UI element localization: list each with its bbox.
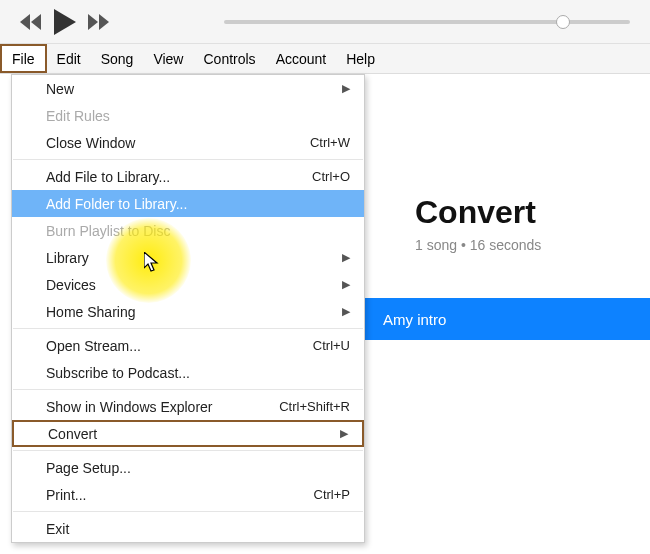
menu-item-label: Subscribe to Podcast... (46, 365, 190, 381)
chevron-right-icon: ▶ (342, 305, 350, 318)
chevron-right-icon: ▶ (342, 82, 350, 95)
menu-item-label: Print... (46, 487, 86, 503)
menu-bar: File Edit Song View Controls Account Hel… (0, 44, 650, 74)
menu-item-devices[interactable]: Devices ▶ (12, 271, 364, 298)
menu-item-convert[interactable]: Convert ▶ (12, 420, 364, 447)
menu-item-label: Show in Windows Explorer (46, 399, 213, 415)
menu-controls[interactable]: Controls (193, 44, 265, 73)
play-icon[interactable] (54, 9, 76, 35)
previous-icon[interactable] (20, 14, 42, 30)
menu-account[interactable]: Account (266, 44, 337, 73)
menu-item-open-stream[interactable]: Open Stream... Ctrl+U (12, 332, 364, 359)
menu-item-label: Edit Rules (46, 108, 110, 124)
menu-item-label: Convert (48, 426, 97, 442)
menu-song[interactable]: Song (91, 44, 144, 73)
menu-separator (13, 159, 363, 160)
menu-item-show-explorer[interactable]: Show in Windows Explorer Ctrl+Shift+R (12, 393, 364, 420)
menu-item-add-folder[interactable]: Add Folder to Library... (12, 190, 364, 217)
menu-edit[interactable]: Edit (47, 44, 91, 73)
menu-item-label: New (46, 81, 74, 97)
progress-bar[interactable] (224, 20, 630, 24)
menu-view[interactable]: View (143, 44, 193, 73)
menu-item-shortcut: Ctrl+W (310, 135, 350, 150)
menu-separator (13, 389, 363, 390)
song-title: Amy intro (383, 311, 446, 328)
menu-item-label: Page Setup... (46, 460, 131, 476)
menu-item-page-setup[interactable]: Page Setup... (12, 454, 364, 481)
menu-item-label: Add File to Library... (46, 169, 170, 185)
menu-item-shortcut: Ctrl+P (314, 487, 350, 502)
menu-item-subscribe[interactable]: Subscribe to Podcast... (12, 359, 364, 386)
menu-separator (13, 511, 363, 512)
progress-thumb[interactable] (556, 15, 570, 29)
file-dropdown: New ▶ Edit Rules Close Window Ctrl+W Add… (11, 74, 365, 543)
menu-item-label: Add Folder to Library... (46, 196, 187, 212)
menu-item-shortcut: Ctrl+Shift+R (279, 399, 350, 414)
menu-item-label: Library (46, 250, 89, 266)
menu-item-new[interactable]: New ▶ (12, 75, 364, 102)
menu-item-label: Burn Playlist to Disc (46, 223, 170, 239)
chevron-right-icon: ▶ (340, 427, 348, 440)
menu-item-label: Exit (46, 521, 69, 537)
menu-item-label: Devices (46, 277, 96, 293)
next-icon[interactable] (88, 14, 110, 30)
menu-item-shortcut: Ctrl+O (312, 169, 350, 184)
menu-separator (13, 328, 363, 329)
chevron-right-icon: ▶ (342, 251, 350, 264)
page-title: Convert (415, 194, 650, 231)
menu-item-exit[interactable]: Exit (12, 515, 364, 542)
menu-item-close-window[interactable]: Close Window Ctrl+W (12, 129, 364, 156)
menu-item-shortcut: Ctrl+U (313, 338, 350, 353)
menu-item-burn: Burn Playlist to Disc (12, 217, 364, 244)
menu-item-label: Open Stream... (46, 338, 141, 354)
page-subtitle: 1 song • 16 seconds (415, 237, 650, 253)
player-bar (0, 0, 650, 44)
player-controls (20, 9, 110, 35)
menu-item-label: Home Sharing (46, 304, 136, 320)
menu-item-library[interactable]: Library ▶ (12, 244, 364, 271)
menu-item-home-sharing[interactable]: Home Sharing ▶ (12, 298, 364, 325)
menu-item-add-file[interactable]: Add File to Library... Ctrl+O (12, 163, 364, 190)
menu-help[interactable]: Help (336, 44, 385, 73)
menu-item-print[interactable]: Print... Ctrl+P (12, 481, 364, 508)
menu-item-edit-rules: Edit Rules (12, 102, 364, 129)
menu-file[interactable]: File (0, 44, 47, 73)
menu-separator (13, 450, 363, 451)
song-row[interactable]: Amy intro (365, 298, 650, 340)
chevron-right-icon: ▶ (342, 278, 350, 291)
menu-item-label: Close Window (46, 135, 135, 151)
